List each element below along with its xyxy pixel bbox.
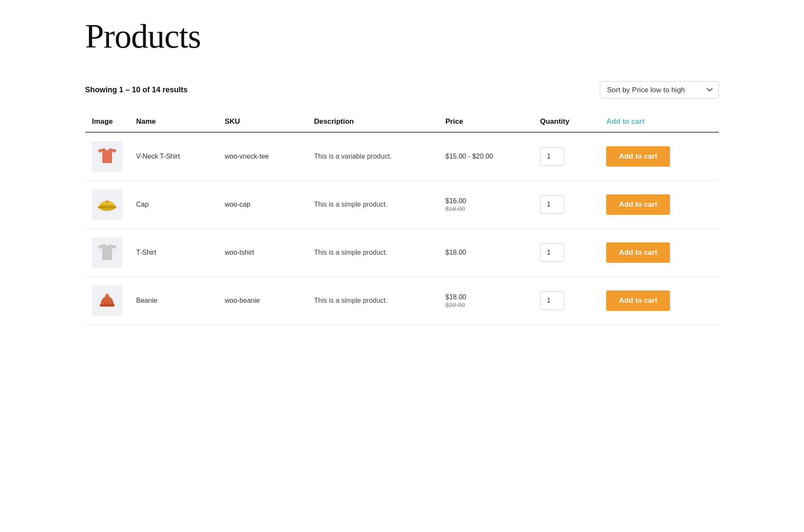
col-sku: SKU	[218, 112, 307, 132]
product-sku-tshirt: woo-tshirt	[218, 229, 307, 277]
product-quantity-cell-cap	[533, 181, 600, 229]
product-quantity-cell-beanie	[533, 277, 600, 325]
product-image-tshirt	[92, 237, 123, 268]
products-table: Image Name SKU Description Price Quantit…	[85, 112, 719, 325]
quantity-input-beanie[interactable]	[540, 291, 564, 310]
table-row: V-Neck T-Shirtwoo-vneck-teeThis is a var…	[85, 132, 719, 181]
product-image-cell-cap	[85, 181, 129, 229]
product-name-cap: Cap	[129, 181, 218, 229]
product-image-cell-vneck-tshirt	[85, 132, 129, 181]
results-count: Showing 1 – 10 of 14 results	[85, 85, 188, 94]
price-current-cap: $16.00	[445, 197, 526, 205]
product-icon-tshirt	[96, 241, 119, 264]
add-to-cart-button-beanie[interactable]: Add to cart	[606, 290, 670, 311]
price-original-cap: $18.00	[445, 205, 526, 212]
col-name: Name	[129, 112, 218, 132]
product-price-tshirt: $18.00	[439, 229, 533, 277]
quantity-input-cap[interactable]	[540, 195, 564, 214]
price-current-tshirt: $18.00	[445, 249, 526, 256]
add-to-cart-button-cap[interactable]: Add to cart	[606, 194, 670, 215]
add-to-cart-button-vneck-tshirt[interactable]: Add to cart	[606, 146, 670, 167]
col-add-to-cart: Add to cart	[599, 112, 719, 132]
col-image: Image	[85, 112, 129, 132]
table-row: Beaniewoo-beanieThis is a simple product…	[85, 277, 719, 325]
table-row: T-Shirtwoo-tshirtThis is a simple produc…	[85, 229, 719, 277]
product-icon-beanie	[96, 289, 119, 312]
price-original-beanie: $20.00	[445, 301, 526, 308]
quantity-input-vneck-tshirt[interactable]	[540, 147, 564, 166]
product-description-tshirt: This is a simple product.	[307, 229, 439, 277]
quantity-input-tshirt[interactable]	[540, 243, 564, 262]
product-quantity-cell-tshirt	[533, 229, 600, 277]
product-icon-vneck-tshirt	[96, 145, 119, 168]
product-name-tshirt: T-Shirt	[129, 229, 218, 277]
product-sku-cap: woo-cap	[218, 181, 307, 229]
product-sku-vneck-tshirt: woo-vneck-tee	[218, 132, 307, 181]
table-row: Capwoo-capThis is a simple product.$16.0…	[85, 181, 719, 229]
product-image-vneck-tshirt	[92, 141, 123, 172]
sort-select[interactable]: Sort by Price low to high Sort by Price …	[600, 81, 719, 99]
product-image-beanie	[92, 285, 123, 316]
product-quantity-cell-vneck-tshirt	[533, 132, 600, 181]
product-image-cell-beanie	[85, 277, 129, 325]
toolbar: Showing 1 – 10 of 14 results Sort by Pri…	[85, 81, 719, 99]
col-quantity: Quantity	[533, 112, 600, 132]
add-to-cart-cell-beanie: Add to cart	[599, 277, 719, 325]
product-price-vneck-tshirt: $15.00 - $20.00	[439, 132, 533, 181]
add-to-cart-cell-tshirt: Add to cart	[599, 229, 719, 277]
product-description-vneck-tshirt: This is a variable product.	[307, 132, 439, 181]
price-current-vneck-tshirt: $15.00 - $20.00	[445, 153, 526, 160]
product-price-cap: $16.00$18.00	[439, 181, 533, 229]
add-to-cart-cell-vneck-tshirt: Add to cart	[599, 132, 719, 181]
product-description-beanie: This is a simple product.	[307, 277, 439, 325]
add-to-cart-button-tshirt[interactable]: Add to cart	[606, 242, 670, 263]
product-image-cap	[92, 189, 123, 220]
product-name-beanie: Beanie	[129, 277, 218, 325]
add-to-cart-cell-cap: Add to cart	[599, 181, 719, 229]
col-price: Price	[439, 112, 533, 132]
col-description: Description	[307, 112, 439, 132]
product-description-cap: This is a simple product.	[307, 181, 439, 229]
product-name-vneck-tshirt: V-Neck T-Shirt	[129, 132, 218, 181]
product-sku-beanie: woo-beanie	[218, 277, 307, 325]
product-price-beanie: $18.00$20.00	[439, 277, 533, 325]
page-title: Products	[85, 17, 719, 56]
product-image-cell-tshirt	[85, 229, 129, 277]
product-icon-cap	[96, 193, 119, 216]
price-current-beanie: $18.00	[445, 293, 526, 301]
